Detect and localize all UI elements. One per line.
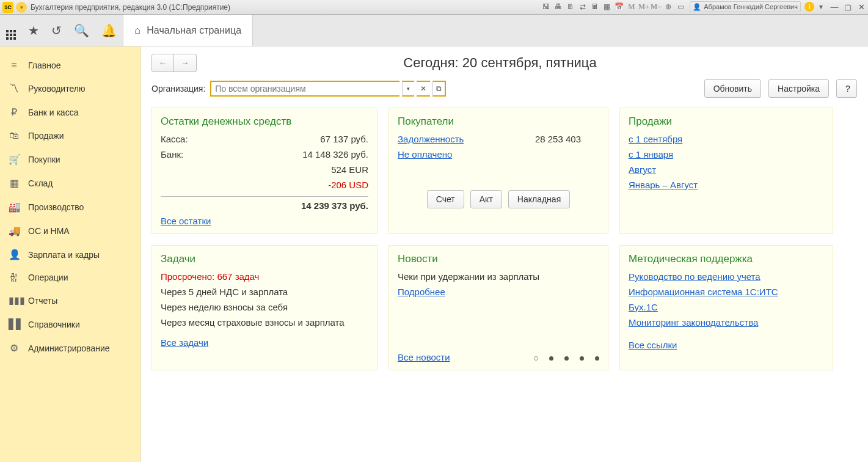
all-balances-link[interactable]: Все остатки [161, 216, 211, 226]
memory-m-icon[interactable]: M [626, 1, 637, 12]
support-link-buh1c[interactable]: Бух.1С [629, 302, 658, 312]
chart-icon: 〽 [9, 83, 20, 94]
bars-icon: ▮▮▮ [9, 295, 20, 306]
card-tasks: Задачи Просрочено: 667 задач Через 5 дне… [151, 245, 377, 370]
card-buyers: Покупатели Задолженность28 253 403 Не оп… [388, 108, 608, 234]
minimize-icon[interactable]: — [829, 1, 840, 12]
app-menu-dropdown-icon[interactable] [16, 2, 27, 13]
apps-icon[interactable] [6, 21, 16, 40]
sidebar-item-production[interactable]: 🏭Производство [0, 195, 140, 219]
all-news-link[interactable]: Все новости [398, 352, 450, 362]
titlebar: 1C Бухгалтерия предприятия, редакция 3.0… [0, 0, 868, 15]
app-logo-icon[interactable]: 1C [2, 2, 13, 13]
settings-button[interactable]: Настройка [768, 79, 829, 98]
sidebar-item-references[interactable]: ▋▋Справочники [0, 312, 140, 336]
user-button[interactable]: 👤 Абрамов Геннадий Сергеевич [690, 1, 801, 12]
card-title: Методическая поддержка [629, 253, 824, 265]
info-icon[interactable]: i [804, 2, 814, 12]
kassa-label: Касса: [161, 134, 188, 144]
bank-label: Банк: [161, 149, 183, 160]
calendar-icon[interactable]: 📅 [614, 1, 625, 12]
sidebar-item-warehouse[interactable]: ▦Склад [0, 171, 140, 195]
news-more-link[interactable]: Подробнее [398, 287, 445, 297]
windows-icon[interactable]: ▭ [675, 1, 686, 12]
sidebar-item-operations[interactable]: ДтКтОперации [0, 266, 140, 288]
sidebar-item-label: Зарплата и кадры [28, 250, 100, 260]
toolbar: ★ ↺ 🔍 🔔 ⌂ Начальная страница [0, 15, 868, 46]
sidebar-item-assets[interactable]: 🚚ОС и НМА [0, 219, 140, 243]
task-item: Через 5 дней НДС и зарплата [161, 287, 368, 297]
org-dropdown-button[interactable]: ▾ [402, 81, 414, 97]
tab-home[interactable]: ⌂ Начальная страница [123, 15, 253, 46]
waybill-button[interactable]: Накладная [508, 190, 570, 208]
sidebar-item-manager[interactable]: 〽Руководителю [0, 77, 140, 100]
support-link-guide[interactable]: Руководство по ведению учета [629, 271, 760, 282]
favorites-icon[interactable]: ★ [28, 23, 39, 38]
sidebar-item-reports[interactable]: ▮▮▮Отчеты [0, 288, 140, 312]
sidebar-item-label: Склад [28, 178, 53, 188]
refresh-button[interactable]: Обновить [704, 79, 761, 98]
org-open-button[interactable]: ⧉ [432, 81, 446, 97]
sidebar-item-main[interactable]: ≡Главное [0, 54, 140, 77]
home-icon: ⌂ [134, 24, 140, 37]
sidebar-item-label: Банк и касса [28, 108, 78, 117]
org-clear-button[interactable]: ✕ [417, 81, 430, 97]
info-dropdown-icon[interactable]: ▾ [815, 1, 826, 12]
dot-icon[interactable] [580, 356, 584, 361]
sidebar-item-label: Администрирование [28, 343, 110, 353]
act-button[interactable]: Акт [470, 190, 502, 208]
zoom-icon[interactable]: ⊕ [663, 1, 674, 12]
unpaid-link[interactable]: Не оплачено [398, 149, 452, 160]
sidebar-item-payroll[interactable]: 👤Зарплата и кадры [0, 243, 140, 266]
task-item: Через неделю взносы за себя [161, 302, 368, 312]
sidebar-item-admin[interactable]: ⚙Администрирование [0, 336, 140, 360]
card-support: Методическая поддержка Руководство по ве… [619, 245, 833, 370]
sidebar-item-sales[interactable]: 🛍Продажи [0, 124, 140, 147]
card-cash-balances: Остатки денежных средств Касса:67 137 ру… [151, 108, 377, 234]
save-icon[interactable]: 🖫 [541, 1, 552, 12]
help-button[interactable]: ? [836, 79, 857, 98]
sidebar-item-label: Справочники [28, 320, 80, 329]
history-icon[interactable]: ↺ [51, 23, 62, 38]
truck-icon: 🚚 [9, 225, 20, 237]
task-item: Через месяц страховые взносы и зарплата [161, 317, 368, 328]
invoice-button[interactable]: Счет [427, 190, 464, 208]
memory-mplus-icon[interactable]: M+ [638, 1, 649, 12]
card-title: Покупатели [398, 116, 599, 128]
all-links-link[interactable]: Все ссылки [629, 340, 677, 350]
usd-value: -206 USD [328, 180, 368, 190]
table-icon[interactable]: ▦ [602, 1, 613, 12]
eur-value: 524 EUR [331, 164, 368, 175]
nav-forward-button[interactable]: → [174, 54, 196, 72]
sidebar-item-bank[interactable]: ₽Банк и касса [0, 100, 140, 124]
nav-back-button[interactable]: ← [152, 54, 174, 72]
organization-input[interactable] [210, 81, 399, 97]
maximize-icon[interactable]: ▢ [842, 1, 853, 12]
dot-icon[interactable] [534, 356, 538, 361]
memory-mminus-icon[interactable]: M− [651, 1, 662, 12]
sales-link-sept[interactable]: с 1 сентября [629, 134, 682, 144]
sales-link-aug[interactable]: Август [629, 164, 656, 175]
debt-link[interactable]: Задолженность [398, 134, 464, 144]
support-link-its[interactable]: Информационная система 1С:ИТС [629, 287, 778, 297]
notifications-icon[interactable]: 🔔 [101, 23, 117, 38]
sales-link-jan[interactable]: с 1 января [629, 149, 673, 160]
calc-icon[interactable]: 🖩 [589, 1, 600, 12]
print-icon[interactable]: 🖶 [553, 1, 564, 12]
print-preview-icon[interactable]: 🗎 [565, 1, 576, 12]
dot-icon[interactable] [564, 356, 569, 361]
sales-link-jan-aug[interactable]: Январь – Август [629, 180, 698, 190]
all-tasks-link[interactable]: Все задачи [161, 337, 208, 348]
news-text: Чеки при удержании из зарплаты [398, 271, 599, 282]
compare-icon[interactable]: ⇄ [577, 1, 588, 12]
dot-icon[interactable] [595, 356, 599, 361]
sidebar-item-label: ОС и НМА [28, 226, 70, 236]
close-icon[interactable]: ✕ [856, 1, 867, 12]
dot-icon[interactable] [549, 356, 553, 361]
pagination-dots [534, 356, 599, 361]
sidebar-item-purchases[interactable]: 🛒Покупки [0, 147, 140, 171]
sidebar-item-label: Руководителю [28, 84, 85, 94]
tab-home-label: Начальная страница [147, 25, 241, 36]
support-link-monitoring[interactable]: Мониторинг законодательства [629, 317, 758, 328]
search-icon[interactable]: 🔍 [74, 23, 89, 38]
